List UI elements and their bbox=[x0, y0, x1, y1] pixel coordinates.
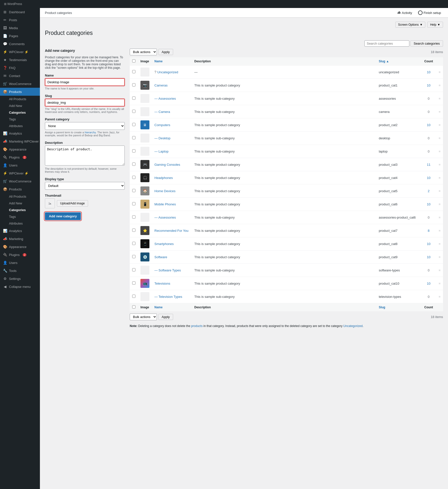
slug-sort-link[interactable]: Slug ▲ bbox=[379, 60, 389, 63]
sidebar-item-media[interactable]: 🖼 Media bbox=[0, 24, 40, 32]
drag-handle[interactable]: ≡ bbox=[439, 70, 441, 74]
activity-button[interactable]: Activity bbox=[395, 10, 414, 16]
drag-handle[interactable]: ≡ bbox=[439, 83, 441, 87]
select-all-footer-checkbox[interactable] bbox=[132, 305, 135, 309]
drag-handle[interactable]: ≡ bbox=[439, 202, 441, 206]
category-name-link[interactable]: — Desktop bbox=[154, 136, 170, 140]
submenu2-tags[interactable]: Tags bbox=[0, 213, 40, 220]
drag-handle[interactable]: ≡ bbox=[439, 97, 441, 100]
sidebar-item-marketing1[interactable]: 📣 Marketing WPClever bbox=[0, 137, 40, 145]
category-count-link[interactable]: 11 bbox=[427, 163, 430, 166]
drag-handle[interactable]: ≡ bbox=[439, 255, 441, 259]
sidebar-item-wpclever2[interactable]: ⚡ WPClever ⚡ bbox=[0, 169, 40, 177]
category-count-link[interactable]: 0 bbox=[428, 110, 430, 114]
drag-handle[interactable]: ≡ bbox=[439, 136, 441, 140]
sidebar-item-appearance1[interactable]: 🎨 Appearance bbox=[0, 145, 40, 153]
category-name-link[interactable]: Cameras bbox=[154, 83, 168, 87]
row-checkbox[interactable] bbox=[132, 255, 135, 258]
row-checkbox[interactable] bbox=[132, 295, 135, 298]
sidebar-item-wpclever1[interactable]: ⚡ WPClever ⚡ bbox=[0, 48, 40, 56]
sidebar-item-comments[interactable]: 💬 Comments bbox=[0, 40, 40, 48]
category-count-link[interactable]: 0 bbox=[428, 97, 430, 100]
category-name-link[interactable]: Televisions bbox=[154, 282, 170, 285]
sidebar-item-products1[interactable]: 📦 Products bbox=[0, 88, 40, 96]
drag-handle[interactable]: ≡ bbox=[439, 216, 441, 219]
row-checkbox[interactable] bbox=[132, 189, 135, 192]
sidebar-item-products2[interactable]: 📦 Products bbox=[0, 185, 40, 193]
hierarchy-link[interactable]: hierarchy bbox=[85, 131, 96, 134]
category-count-link[interactable]: 10 bbox=[427, 123, 430, 127]
row-checkbox[interactable] bbox=[132, 202, 135, 205]
category-count-link[interactable]: 8 bbox=[428, 229, 430, 233]
name-sort-link[interactable]: Name bbox=[154, 60, 163, 63]
help-tooltip-icon[interactable]: ? bbox=[154, 70, 156, 74]
finish-setup-button[interactable]: Finish setup bbox=[416, 9, 443, 16]
sidebar-item-users2[interactable]: 👤 Users bbox=[0, 259, 40, 267]
name-input[interactable] bbox=[45, 78, 125, 86]
sidebar-item-posts[interactable]: ✏ Posts bbox=[0, 16, 40, 24]
row-checkbox[interactable] bbox=[132, 176, 135, 179]
category-count-link[interactable]: 10 bbox=[427, 202, 430, 206]
row-checkbox[interactable] bbox=[132, 163, 135, 166]
row-checkbox[interactable] bbox=[132, 149, 135, 153]
screen-options-button[interactable]: Screen Options ▼ bbox=[395, 22, 426, 28]
category-count-link[interactable]: 0 bbox=[428, 136, 430, 140]
sidebar-item-analytics2[interactable]: 📊 Analytics bbox=[0, 227, 40, 235]
sidebar-item-faq1[interactable]: ❓ FAQ bbox=[0, 64, 40, 72]
sidebar-item-marketing2[interactable]: 📣 Marketing bbox=[0, 235, 40, 243]
search-input[interactable] bbox=[364, 40, 409, 47]
category-count-link[interactable]: 10 bbox=[427, 83, 430, 87]
category-name-link[interactable]: Recommended For You bbox=[154, 229, 189, 233]
row-checkbox[interactable] bbox=[132, 96, 135, 100]
category-count-link[interactable]: 0 bbox=[428, 216, 430, 219]
category-name-link[interactable]: — Software Types bbox=[154, 268, 181, 272]
submenu2-add-new[interactable]: Add New bbox=[0, 200, 40, 207]
upload-image-button[interactable]: Upload/Add image bbox=[57, 200, 88, 207]
category-name-link[interactable]: — Television Types bbox=[154, 295, 182, 299]
apply-btn-top[interactable]: Apply bbox=[158, 49, 173, 55]
row-checkbox[interactable] bbox=[132, 70, 135, 73]
sidebar-item-plugins2[interactable]: 🔌 Plugins 2 bbox=[0, 251, 40, 259]
sidebar-item-dashboard[interactable]: ⊞ Dashboard bbox=[0, 8, 40, 16]
drag-handle[interactable]: ≡ bbox=[439, 123, 441, 127]
display-select[interactable]: Default bbox=[45, 182, 125, 190]
row-checkbox[interactable] bbox=[132, 110, 135, 113]
sidebar-item-tools[interactable]: 🔧 Tools bbox=[0, 267, 40, 275]
drag-handle[interactable]: ≡ bbox=[439, 295, 441, 299]
row-checkbox[interactable] bbox=[132, 123, 135, 126]
category-count-link[interactable]: 10 bbox=[427, 255, 430, 259]
slug-input[interactable] bbox=[45, 99, 125, 106]
name-footer-sort-link[interactable]: Name bbox=[154, 306, 163, 309]
drag-handle[interactable]: ≡ bbox=[439, 268, 441, 272]
category-name-link[interactable]: Computers bbox=[154, 123, 170, 127]
category-name-link[interactable]: Gaming Consoles bbox=[154, 163, 180, 166]
sidebar-item-users1[interactable]: 👤 Users bbox=[0, 161, 40, 169]
description-textarea[interactable]: Description of product. bbox=[45, 146, 125, 165]
category-count-link[interactable]: 0 bbox=[428, 268, 430, 272]
submenu2-categories[interactable]: Categories bbox=[0, 207, 40, 213]
row-checkbox[interactable] bbox=[132, 268, 135, 271]
sidebar-item-appearance2[interactable]: 🎨 Appearance bbox=[0, 243, 40, 251]
submenu-all-products[interactable]: All Products bbox=[0, 96, 40, 102]
sidebar-item-pages[interactable]: 📄 Pages bbox=[0, 32, 40, 40]
category-name-link[interactable]: Headphones bbox=[154, 176, 173, 180]
category-name-link[interactable]: — Assessories bbox=[154, 97, 176, 100]
drag-handle[interactable]: ≡ bbox=[439, 242, 441, 246]
drag-handle[interactable]: ≡ bbox=[439, 176, 441, 180]
sidebar-item-plugins1[interactable]: 🔌 Plugins 2 bbox=[0, 153, 40, 161]
submenu-tags[interactable]: Tags bbox=[0, 116, 40, 123]
products-link[interactable]: products bbox=[191, 324, 203, 328]
submenu-categories[interactable]: Categories bbox=[0, 109, 40, 116]
category-name-link[interactable]: Home Devices bbox=[154, 189, 176, 193]
search-categories-button[interactable]: Search categories bbox=[410, 40, 443, 47]
category-count-link[interactable]: 10 bbox=[427, 70, 430, 74]
category-count-link[interactable]: 2 bbox=[428, 189, 430, 193]
category-name-link[interactable]: Smartphones bbox=[154, 242, 174, 246]
add-new-category-button[interactable]: Add new category bbox=[45, 212, 81, 220]
apply-btn-bottom[interactable]: Apply bbox=[158, 314, 173, 320]
drag-handle[interactable]: ≡ bbox=[439, 163, 441, 166]
sidebar-item-woocommerce1[interactable]: 🛒 WooCommerce bbox=[0, 80, 40, 88]
category-name-link[interactable]: — Laptop bbox=[154, 150, 168, 153]
sidebar-item-collapse[interactable]: ◀ Collapse menu bbox=[0, 283, 40, 291]
submenu2-attributes[interactable]: Attributes bbox=[0, 220, 40, 227]
